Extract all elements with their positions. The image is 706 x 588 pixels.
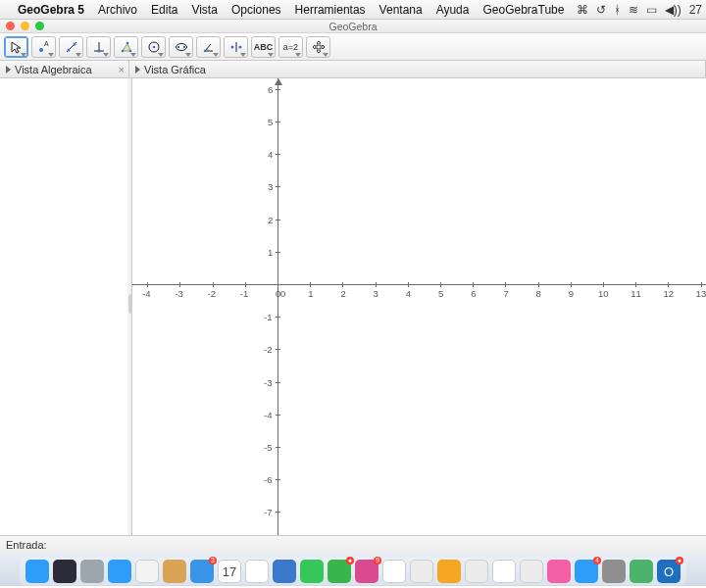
window-minimize-button[interactable] bbox=[21, 22, 29, 30]
graphics-view-title: Vista Gráfica bbox=[144, 64, 206, 75]
x-tick-label: 13 bbox=[696, 288, 706, 299]
disclosure-triangle-icon bbox=[135, 66, 140, 74]
x-tick-label: 11 bbox=[630, 288, 641, 299]
svg-point-15 bbox=[182, 45, 184, 47]
dock-settings[interactable] bbox=[602, 560, 626, 583]
ellipse-tool[interactable] bbox=[169, 36, 193, 58]
y-tick-label: -5 bbox=[264, 442, 272, 453]
menu-ayuda[interactable]: Ayuda bbox=[436, 3, 470, 17]
menu-geogebratube[interactable]: GeoGebraTube bbox=[482, 3, 564, 17]
dock-maps[interactable] bbox=[465, 560, 488, 583]
dock-reminders[interactable] bbox=[245, 560, 269, 583]
reflect-tool[interactable] bbox=[224, 36, 248, 58]
svg-point-4 bbox=[73, 42, 76, 45]
perpendicular-tool[interactable] bbox=[86, 36, 111, 58]
menu-vista[interactable]: Vista bbox=[191, 3, 217, 17]
input-bar: Entrada: bbox=[0, 535, 706, 553]
dock-mail[interactable]: 3 bbox=[190, 560, 214, 583]
move-tool[interactable] bbox=[4, 36, 28, 58]
line-tool[interactable] bbox=[59, 36, 83, 58]
svg-text:A: A bbox=[44, 40, 49, 47]
volume-icon[interactable]: ◀)) bbox=[665, 3, 681, 17]
move-view-tool[interactable] bbox=[306, 36, 330, 58]
dock-ibooks[interactable] bbox=[437, 560, 461, 583]
menu-archivo[interactable]: Archivo bbox=[98, 3, 137, 17]
text-tool[interactable]: ABC bbox=[251, 36, 276, 58]
badge: 4 bbox=[593, 557, 601, 564]
svg-point-8 bbox=[121, 49, 124, 52]
sync-icon[interactable]: ↺ bbox=[596, 3, 606, 17]
wifi-icon[interactable]: ≋ bbox=[629, 3, 638, 17]
dock-facetime[interactable] bbox=[410, 560, 433, 583]
input-bar-field[interactable] bbox=[51, 539, 700, 551]
display-icon[interactable]: ▭ bbox=[646, 3, 657, 17]
badge: 3 bbox=[209, 557, 217, 564]
menu-ventana[interactable]: Ventana bbox=[379, 3, 423, 17]
graphics-view-tab[interactable]: Vista Gráfica bbox=[129, 61, 706, 77]
menu-edita[interactable]: Edita bbox=[151, 3, 177, 17]
dock-calendar[interactable]: 17 bbox=[218, 560, 241, 583]
badge: 9 bbox=[374, 557, 381, 564]
y-tick-label: 4 bbox=[268, 149, 273, 160]
x-tick-label: -4 bbox=[142, 288, 150, 299]
dock-app-x[interactable] bbox=[630, 560, 653, 583]
x-tick-label: 3 bbox=[374, 288, 378, 299]
window-titlebar: GeoGebra bbox=[0, 20, 706, 33]
slider-tool[interactable]: a=2 bbox=[278, 36, 303, 58]
angle-tool[interactable] bbox=[196, 36, 221, 58]
dock-finder[interactable] bbox=[25, 560, 49, 583]
svg-point-7 bbox=[97, 49, 100, 52]
menu-herramientas[interactable]: Herramientas bbox=[295, 3, 366, 17]
dock-photos[interactable] bbox=[382, 560, 406, 583]
algebra-view[interactable] bbox=[0, 78, 132, 535]
graphics-view[interactable]: -4-3-2-1012345678910111213-7-6-5-4-3-2-1… bbox=[132, 78, 706, 535]
x-tick-label: 12 bbox=[663, 288, 674, 299]
menu-opciones[interactable]: Opciones bbox=[231, 3, 281, 17]
bluetooth-icon[interactable]: ᚼ bbox=[614, 3, 621, 17]
algebra-view-title: Vista Algebraica bbox=[15, 64, 92, 75]
dock-slack[interactable]: 9 bbox=[355, 560, 378, 583]
x-tick-label: -1 bbox=[240, 288, 248, 299]
y-tick-label: -1 bbox=[264, 312, 272, 322]
dock-area: 317●94O● bbox=[0, 553, 706, 586]
dock-appstore[interactable]: 4 bbox=[575, 560, 598, 583]
dock-textedit[interactable] bbox=[520, 560, 543, 583]
svg-point-18 bbox=[230, 45, 233, 48]
dock-chrome[interactable] bbox=[135, 560, 159, 583]
svg-point-16 bbox=[203, 49, 205, 51]
dock-wechat[interactable]: ● bbox=[328, 560, 351, 583]
dock-notes-app[interactable] bbox=[163, 560, 186, 583]
y-tick-label: 6 bbox=[268, 84, 273, 95]
badge: ● bbox=[346, 557, 354, 564]
mac-menubar: GeoGebra 5 Archivo Edita Vista Opciones … bbox=[0, 0, 706, 20]
y-tick-label: -7 bbox=[264, 507, 272, 517]
app-menu[interactable]: GeoGebra 5 bbox=[18, 3, 84, 17]
circle-tool[interactable] bbox=[141, 36, 166, 58]
dock-messages[interactable] bbox=[300, 560, 324, 583]
dropbox-icon[interactable]: ⌘ bbox=[577, 3, 588, 17]
x-tick-label: 1 bbox=[308, 288, 313, 299]
y-tick-label: -6 bbox=[264, 474, 272, 485]
y-tick-label: 5 bbox=[268, 117, 273, 127]
y-tick-label: 1 bbox=[268, 247, 273, 258]
polygon-tool[interactable] bbox=[114, 36, 138, 58]
dock-siri[interactable] bbox=[53, 560, 76, 583]
dock-geogebra[interactable] bbox=[492, 560, 516, 583]
window-close-button[interactable] bbox=[6, 22, 15, 30]
input-bar-label: Entrada: bbox=[6, 539, 47, 551]
point-tool[interactable]: A bbox=[31, 36, 56, 58]
dock-itunes[interactable] bbox=[547, 560, 571, 583]
dock-safari[interactable] bbox=[108, 560, 131, 583]
dock-preview[interactable] bbox=[273, 560, 296, 583]
window-zoom-button[interactable] bbox=[35, 22, 44, 30]
x-axis bbox=[132, 284, 706, 285]
origin-label: 0 bbox=[280, 288, 285, 299]
algebra-view-close-icon[interactable]: × bbox=[119, 64, 125, 75]
svg-point-10 bbox=[126, 41, 128, 44]
dock-outlook[interactable]: O● bbox=[657, 560, 681, 583]
x-tick-label: 9 bbox=[569, 288, 574, 299]
clock-text[interactable]: 27 bbox=[689, 3, 702, 17]
dock-launchpad[interactable] bbox=[80, 560, 104, 583]
algebra-view-tab[interactable]: Vista Algebraica × bbox=[0, 61, 129, 77]
x-tick-label: -3 bbox=[175, 288, 182, 299]
